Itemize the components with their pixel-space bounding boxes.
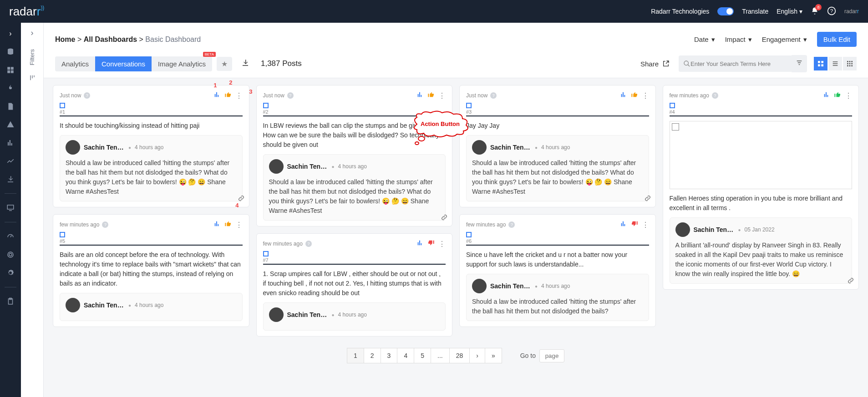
more-icon[interactable]: ⋮: [438, 240, 446, 248]
chart-action-icon[interactable]: [620, 220, 627, 229]
more-icon[interactable]: ⋮: [235, 91, 243, 100]
quoted-post: Sachin Tend…●4 hours ago Should a law be…: [60, 135, 243, 201]
chart-icon[interactable]: [6, 139, 15, 147]
page-end[interactable]: »: [485, 348, 502, 363]
clipboard-icon[interactable]: [6, 297, 15, 306]
annotation-cloud: Action Button: [403, 111, 476, 149]
more-icon[interactable]: ⋮: [438, 91, 446, 100]
view-compact-button[interactable]: [843, 57, 857, 70]
svg-point-8: [8, 252, 13, 257]
bc-current: Basic Dashboard: [145, 35, 201, 43]
search-input[interactable]: [690, 60, 788, 67]
page-5[interactable]: 5: [414, 348, 431, 363]
target-icon[interactable]: [6, 251, 15, 259]
sentiment-icon[interactable]: [224, 91, 232, 100]
bars-icon[interactable]: [29, 74, 36, 83]
link-icon[interactable]: [645, 195, 651, 203]
impact-filter[interactable]: Impact ▾: [725, 35, 752, 44]
avatar: [66, 140, 80, 155]
svg-rect-17: [818, 64, 820, 66]
page-last[interactable]: 28: [449, 348, 470, 363]
page-3[interactable]: 3: [381, 348, 398, 363]
date-filter[interactable]: Date ▾: [694, 35, 715, 44]
page-1[interactable]: 1: [347, 348, 364, 363]
beta-badge: BETA: [203, 52, 216, 57]
fire-icon[interactable]: [6, 84, 15, 92]
lang-select[interactable]: English ▾: [777, 8, 802, 15]
page-4[interactable]: 4: [397, 348, 414, 363]
post-card: few minutes ago? ⋮ #4 Fallen Heroes stin…: [663, 85, 859, 290]
bc-all[interactable]: All Dashboards: [84, 35, 137, 43]
sentiment-neg-icon[interactable]: [427, 239, 435, 248]
filters-label: Filters: [29, 49, 36, 65]
tab-analytics[interactable]: Analytics: [55, 56, 95, 71]
sentiment-icon[interactable]: [427, 91, 435, 100]
translate-label: Translate: [742, 8, 768, 15]
goto-input[interactable]: [539, 349, 564, 362]
bc-home[interactable]: Home: [55, 35, 75, 43]
filter-button[interactable]: [792, 55, 807, 72]
logo[interactable]: radarr)): [9, 5, 44, 19]
chart-action-icon[interactable]: [620, 91, 627, 100]
sentiment-icon[interactable]: [224, 220, 232, 229]
chart-action-icon[interactable]: [416, 91, 424, 100]
tab-image-analytics[interactable]: Image Analytics BETA: [152, 56, 212, 71]
gauge-icon[interactable]: [6, 232, 15, 241]
sentiment-icon[interactable]: [631, 91, 638, 100]
link-icon[interactable]: [441, 214, 447, 222]
svg-point-12: [418, 136, 425, 141]
info-icon[interactable]: ?: [84, 92, 90, 99]
svg-rect-16: [821, 61, 823, 63]
header: radarr)) Radarr Technologies Translate E…: [0, 0, 868, 23]
chart-action-icon[interactable]: [416, 239, 424, 248]
download-icon[interactable]: [6, 175, 15, 183]
download-button[interactable]: [241, 59, 249, 69]
page-2[interactable]: 2: [364, 348, 381, 363]
alert-icon[interactable]: [6, 121, 15, 129]
more-icon[interactable]: ⋮: [845, 91, 852, 100]
trend-icon[interactable]: [6, 157, 15, 165]
page-next[interactable]: ›: [469, 348, 485, 363]
search-icon: [683, 60, 690, 67]
monitor-icon[interactable]: [6, 204, 15, 212]
chart-action-icon[interactable]: [823, 91, 830, 100]
star-button[interactable]: ★: [217, 57, 232, 71]
chart-action-icon[interactable]: [213, 220, 221, 229]
dashboard-icon[interactable]: [6, 66, 15, 74]
svg-rect-25: [847, 65, 848, 66]
help-icon[interactable]: ?: [827, 6, 836, 17]
image-placeholder: [670, 121, 853, 189]
bulk-edit-button[interactable]: Bulk Edit: [817, 32, 857, 47]
translate-toggle[interactable]: [717, 7, 734, 15]
view-list-button[interactable]: [828, 57, 842, 70]
share-button[interactable]: Share: [640, 60, 670, 68]
svg-rect-5: [7, 70, 10, 73]
post-card: 1 2 3 Just now ? ⋮ #1 It should be touch…: [53, 85, 249, 207]
checkbox-icon[interactable]: [60, 103, 65, 108]
notif-bell-icon[interactable]: 8: [811, 7, 819, 16]
chevron-right-icon[interactable]: ›: [9, 30, 11, 38]
post-count: 1,387 Posts: [261, 59, 302, 68]
link-icon[interactable]: [238, 195, 244, 203]
svg-rect-7: [7, 205, 14, 209]
sentiment-pos-icon[interactable]: [834, 91, 841, 100]
svg-rect-24: [851, 63, 853, 65]
more-icon[interactable]: ⋮: [642, 91, 649, 100]
more-icon[interactable]: ⋮: [642, 221, 649, 229]
database-icon[interactable]: [6, 48, 15, 56]
svg-rect-22: [847, 63, 848, 65]
view-grid-button[interactable]: [814, 57, 827, 70]
engagement-filter[interactable]: Engagement ▾: [762, 35, 807, 44]
svg-rect-3: [7, 67, 10, 70]
link-icon[interactable]: [848, 277, 854, 286]
more-icon[interactable]: ⋮: [235, 221, 243, 229]
settings-icon[interactable]: [6, 269, 15, 277]
breadcrumb: Home > All Dashboards > Basic Dashboard: [55, 35, 201, 44]
search-box: [679, 55, 792, 72]
tab-conversations[interactable]: Conversations: [95, 56, 152, 71]
sentiment-neg-icon[interactable]: [631, 220, 638, 229]
document-icon[interactable]: [6, 102, 15, 111]
chart-action-icon[interactable]: [213, 91, 221, 100]
svg-rect-19: [847, 61, 848, 62]
expand-chevron-icon[interactable]: ›: [31, 28, 34, 38]
